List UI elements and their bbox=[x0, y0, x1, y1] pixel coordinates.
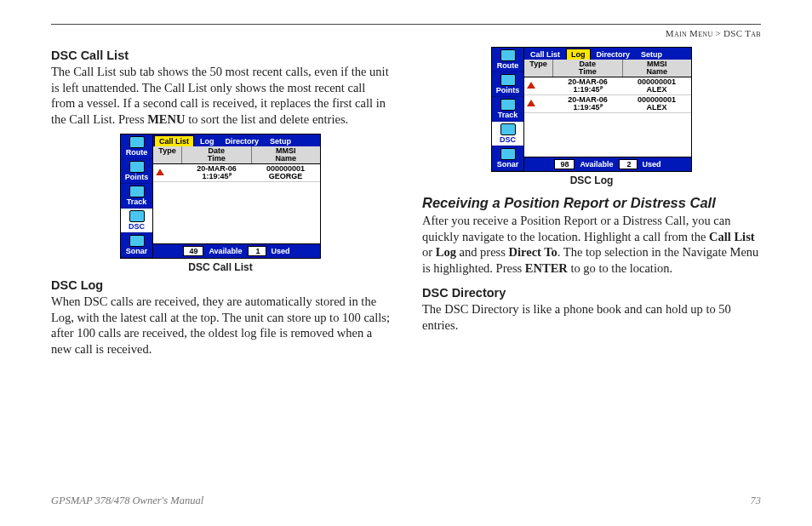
sidebar-label: DSC bbox=[500, 135, 516, 144]
device-sidebar: Route Points Track DSC Sonar bbox=[121, 134, 153, 258]
row-time: 1:19:45ᴾ bbox=[573, 85, 602, 94]
tab-setup: Setup bbox=[636, 49, 667, 60]
tab-setup: Setup bbox=[265, 135, 296, 146]
figure-caption: DSC Log bbox=[422, 174, 761, 186]
para-dsc-directory: The DSC Directory is like a phone book a… bbox=[422, 301, 761, 333]
row-datetime: 20-MAR-061:19:45ᴾ bbox=[182, 165, 251, 180]
row-datetime: 20-MAR-061:19:45ᴾ bbox=[553, 78, 622, 94]
para-receiving: After you receive a Position Report or a… bbox=[422, 213, 761, 276]
sonar-icon bbox=[500, 148, 516, 160]
column-left: DSC Call List The Call List sub tab show… bbox=[51, 47, 390, 360]
sidebar-label: Points bbox=[125, 173, 149, 181]
kw-enter: ENTER bbox=[525, 261, 568, 275]
row-icon bbox=[524, 100, 538, 108]
device-col-headers: Type DateTime MMSIName bbox=[153, 146, 320, 164]
route-icon bbox=[500, 49, 516, 61]
kw-direct-to: Direct To bbox=[509, 245, 558, 259]
sidebar-label: Track bbox=[498, 111, 518, 119]
kw-menu: MENU bbox=[147, 112, 185, 126]
status-available-label: Available bbox=[209, 247, 242, 255]
boat-icon bbox=[156, 169, 164, 175]
figure-call-list: Route Points Track DSC Sonar Call List L… bbox=[51, 134, 390, 273]
device-main: Call List Log Directory Setup Type DateT… bbox=[153, 134, 320, 258]
figure-caption: DSC Call List bbox=[51, 261, 390, 273]
row-icon bbox=[153, 169, 167, 177]
heading-dsc-call-list: DSC Call List bbox=[51, 49, 390, 62]
sidebar-item-sonar: Sonar bbox=[492, 146, 523, 171]
tab-call-list: Call List bbox=[525, 49, 565, 60]
status-used-label: Used bbox=[272, 247, 290, 255]
col-mmsi: MMSIName bbox=[623, 60, 692, 77]
page-footer: GPSMAP 378/478 Owner's Manual 73 bbox=[51, 495, 761, 507]
sidebar-label: DSC bbox=[129, 222, 145, 231]
sidebar-label: Route bbox=[497, 61, 519, 70]
kw-call-list: Call List bbox=[709, 230, 755, 243]
route-icon bbox=[129, 136, 145, 148]
track-icon bbox=[129, 186, 145, 197]
row-mmsi-name: 000000001ALEX bbox=[622, 78, 691, 94]
footer-page-number: 73 bbox=[751, 495, 762, 507]
breadcrumb-part2: DSC Tab bbox=[723, 28, 761, 38]
breadcrumb-part1: Main Menu bbox=[666, 28, 713, 38]
column-right: Route Points Track DSC Sonar Call List L… bbox=[422, 47, 761, 360]
para-dsc-log: When DSC calls are received, they are au… bbox=[51, 294, 390, 357]
tab-log: Log bbox=[195, 135, 220, 146]
tab-directory: Directory bbox=[592, 49, 636, 60]
points-icon bbox=[500, 74, 516, 86]
t: and press bbox=[456, 245, 509, 259]
device-list: 20-MAR-061:19:45ᴾ 000000001ALEX 20-MAR-0… bbox=[524, 77, 691, 157]
sidebar-item-sonar: Sonar bbox=[121, 233, 152, 258]
row-time: 1:19:45ᴾ bbox=[573, 103, 602, 111]
status-available-value: 49 bbox=[183, 246, 203, 256]
t: or bbox=[422, 245, 436, 259]
sidebar-label: Route bbox=[126, 148, 148, 157]
row-name: ALEX bbox=[646, 103, 666, 111]
header-rule bbox=[51, 24, 761, 25]
sidebar-label: Track bbox=[127, 197, 147, 206]
boat-icon bbox=[527, 100, 535, 106]
tab-directory: Directory bbox=[220, 135, 265, 146]
sidebar-item-dsc: DSC bbox=[121, 209, 152, 233]
breadcrumb: Main Menu > DSC Tab bbox=[51, 28, 761, 38]
footer-manual-title: GPSMAP 378/478 Owner's Manual bbox=[51, 495, 203, 507]
row-name: ALEX bbox=[646, 85, 666, 94]
status-available-label: Available bbox=[580, 160, 613, 169]
para-call-list: The Call List sub tab shows the 50 most … bbox=[51, 64, 390, 127]
device-status: 49 Available 1 Used bbox=[153, 244, 320, 258]
figure-dsc-log: Route Points Track DSC Sonar Call List L… bbox=[422, 47, 761, 186]
device-status: 98 Available 2 Used bbox=[524, 157, 691, 171]
col-type: Type bbox=[524, 60, 553, 77]
heading-dsc-log: DSC Log bbox=[51, 278, 390, 292]
heading-receiving: Receiving a Position Report or Distress … bbox=[422, 195, 761, 211]
tab-log: Log bbox=[566, 49, 591, 60]
list-row: 20-MAR-061:19:45ᴾ 000000001ALEX bbox=[524, 95, 691, 113]
breadcrumb-sep: > bbox=[713, 28, 724, 38]
sidebar-item-dsc: DSC bbox=[492, 122, 523, 146]
sidebar-item-points: Points bbox=[492, 72, 523, 97]
dsc-icon bbox=[500, 123, 516, 135]
sidebar-item-track: Track bbox=[492, 97, 523, 122]
tab-call-list: Call List bbox=[154, 135, 194, 146]
list-row: 20-MAR-061:19:45ᴾ 000000001GEORGE bbox=[153, 164, 320, 182]
device-screenshot-call-list: Route Points Track DSC Sonar Call List L… bbox=[120, 134, 321, 259]
status-used-value: 2 bbox=[619, 159, 638, 169]
sidebar-label: Sonar bbox=[126, 247, 148, 255]
sidebar-label: Sonar bbox=[497, 160, 519, 169]
boat-icon bbox=[527, 82, 535, 89]
sidebar-item-route: Route bbox=[492, 48, 523, 72]
sidebar-item-track: Track bbox=[121, 184, 152, 209]
device-tabs: Call List Log Directory Setup bbox=[524, 48, 691, 60]
dsc-icon bbox=[129, 210, 145, 222]
device-sidebar: Route Points Track DSC Sonar bbox=[492, 48, 524, 171]
device-col-headers: Type DateTime MMSIName bbox=[524, 60, 691, 77]
device-list: 20-MAR-061:19:45ᴾ 000000001GEORGE bbox=[153, 164, 320, 244]
t: to go to the location. bbox=[568, 261, 672, 275]
col-type: Type bbox=[153, 146, 182, 163]
list-row: 20-MAR-061:19:45ᴾ 000000001ALEX bbox=[524, 77, 691, 95]
sonar-icon bbox=[129, 235, 145, 247]
sidebar-item-route: Route bbox=[121, 134, 152, 159]
t: After you receive a Position Report or a… bbox=[422, 214, 730, 243]
col-datetime: DateTime bbox=[182, 146, 252, 163]
row-icon bbox=[524, 82, 538, 90]
heading-dsc-directory: DSC Directory bbox=[422, 286, 761, 300]
